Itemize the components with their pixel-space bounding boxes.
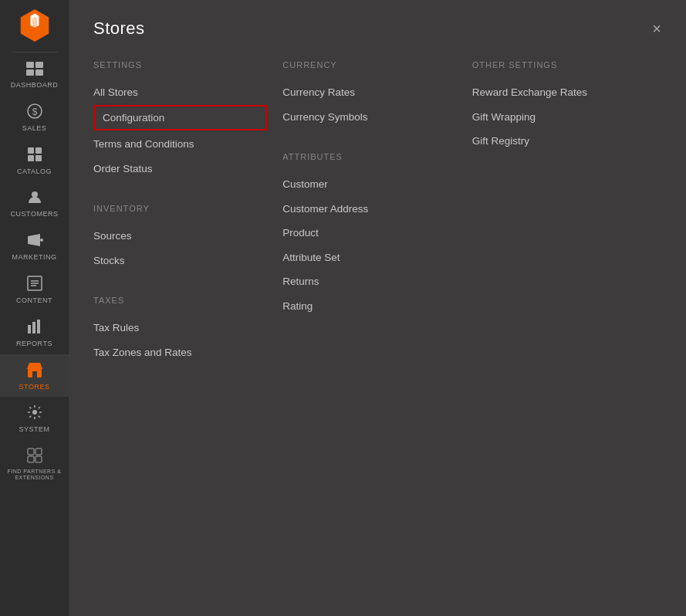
taxes-section: Taxes Tax Rules Tax Zones and Rates [93, 296, 267, 364]
menu-item-order-status[interactable]: Order Status [93, 157, 267, 181]
sidebar-item-customers[interactable]: CUSTOMERS [0, 181, 69, 225]
sidebar-item-system[interactable]: SYSTEM [0, 397, 69, 440]
sidebar: DASHBOARD $ SALES CATALOG CUSTOMERS MARK… [0, 0, 69, 616]
catalog-icon [27, 147, 42, 164]
menu-item-configuration[interactable]: Configuration [93, 105, 267, 131]
svg-rect-25 [28, 456, 34, 462]
svg-rect-3 [35, 69, 43, 76]
svg-rect-0 [26, 62, 34, 68]
settings-section: Settings All Stores Configuration Terms … [93, 60, 267, 181]
menu-item-gift-wrapping[interactable]: Gift Wrapping [472, 105, 646, 130]
column-2: Currency Currency Rates Currency Symbols… [282, 60, 471, 381]
svg-rect-9 [35, 155, 42, 161]
content-columns: Settings All Stores Configuration Terms … [93, 60, 661, 381]
taxes-heading: Taxes [93, 296, 267, 305]
svg-rect-6 [28, 147, 34, 154]
svg-rect-8 [28, 155, 34, 161]
menu-item-product[interactable]: Product [282, 221, 456, 245]
stores-panel: Stores × Settings All Stores Configurati… [69, 0, 686, 616]
svg-rect-7 [35, 147, 42, 154]
menu-item-attribute-set[interactable]: Attribute Set [282, 245, 456, 270]
customers-icon [27, 189, 42, 207]
sidebar-item-label-find-partners: FIND PARTNERS & EXTENSIONS [3, 469, 66, 480]
other-settings-section: Other Settings Reward Exchange Rates Gif… [472, 60, 646, 154]
svg-rect-23 [28, 448, 34, 455]
column-1: Settings All Stores Configuration Terms … [93, 60, 282, 381]
close-button[interactable]: × [652, 21, 661, 36]
menu-item-tax-rules[interactable]: Tax Rules [93, 316, 267, 340]
sidebar-item-label-marketing: MARKETING [12, 253, 56, 262]
svg-rect-26 [35, 456, 42, 462]
other-settings-heading: Other Settings [472, 60, 646, 69]
inventory-heading: Inventory [93, 204, 267, 213]
svg-rect-2 [26, 69, 34, 76]
currency-section: Currency Currency Rates Currency Symbols [282, 60, 456, 129]
page-title: Stores [93, 19, 145, 39]
svg-marker-11 [28, 234, 40, 246]
magento-logo-icon [19, 9, 51, 42]
menu-item-currency-symbols[interactable]: Currency Symbols [282, 105, 456, 130]
sidebar-item-content[interactable]: CONTENT [0, 268, 69, 311]
menu-item-stocks[interactable]: Stocks [93, 249, 267, 273]
find-partners-icon [27, 448, 42, 465]
reports-icon [27, 319, 42, 337]
sidebar-item-sales[interactable]: $ SALES [0, 96, 69, 139]
sidebar-item-label-customers: CUSTOMERS [11, 210, 59, 218]
sidebar-item-label-catalog: CATALOG [17, 168, 52, 176]
sidebar-item-find-partners[interactable]: FIND PARTNERS & EXTENSIONS [0, 440, 69, 486]
sidebar-item-catalog[interactable]: CATALOG [0, 139, 69, 182]
svg-rect-1 [35, 62, 43, 68]
main-content: Stores × Settings All Stores Configurati… [69, 0, 686, 616]
svg-point-10 [32, 191, 38, 198]
sidebar-item-label-content: CONTENT [16, 296, 52, 305]
stores-icon [26, 362, 43, 380]
settings-heading: Settings [93, 60, 267, 69]
svg-rect-18 [32, 322, 35, 333]
menu-item-returns[interactable]: Returns [282, 269, 456, 294]
sidebar-item-marketing[interactable]: MARKETING [0, 225, 69, 268]
system-icon [27, 404, 42, 422]
dashboard-icon [26, 62, 43, 78]
svg-rect-21 [32, 371, 37, 377]
svg-point-22 [32, 410, 37, 415]
attributes-section: Attributes Customer Customer Address Pro… [282, 152, 456, 318]
svg-rect-17 [28, 325, 31, 333]
menu-item-customer[interactable]: Customer [282, 172, 456, 197]
svg-rect-24 [35, 448, 42, 455]
svg-rect-19 [37, 320, 40, 333]
currency-heading: Currency [282, 60, 456, 69]
menu-item-currency-rates[interactable]: Currency Rates [282, 80, 456, 105]
column-3: Other Settings Reward Exchange Rates Gif… [472, 60, 661, 381]
sidebar-item-stores[interactable]: STORES [0, 354, 69, 398]
menu-item-sources[interactable]: Sources [93, 224, 267, 249]
sidebar-item-label-reports: REPORTS [16, 340, 52, 348]
attributes-heading: Attributes [282, 152, 456, 161]
content-icon [27, 276, 42, 293]
sidebar-item-dashboard[interactable]: DASHBOARD [0, 54, 69, 96]
menu-item-gift-registry[interactable]: Gift Registry [472, 129, 646, 154]
menu-item-terms-conditions[interactable]: Terms and Conditions [93, 132, 267, 157]
menu-item-tax-zones-rates[interactable]: Tax Zones and Rates [93, 340, 267, 365]
marketing-icon [26, 232, 43, 250]
sidebar-item-label-dashboard: DASHBOARD [11, 81, 59, 90]
sidebar-item-label-sales: SALES [22, 124, 47, 133]
menu-item-reward-exchange-rates[interactable]: Reward Exchange Rates [472, 80, 646, 105]
svg-point-12 [40, 239, 43, 242]
stores-header: Stores × [93, 19, 661, 39]
sidebar-logo [0, 0, 69, 50]
sales-icon: $ [27, 103, 42, 121]
sidebar-item-reports[interactable]: REPORTS [0, 311, 69, 354]
inventory-section: Inventory Sources Stocks [93, 204, 267, 272]
sidebar-item-label-system: SYSTEM [19, 425, 49, 434]
menu-item-all-stores[interactable]: All Stores [93, 80, 267, 105]
menu-item-rating[interactable]: Rating [282, 294, 456, 319]
svg-text:$: $ [32, 107, 37, 117]
menu-item-customer-address[interactable]: Customer Address [282, 197, 456, 222]
sidebar-divider [12, 52, 58, 52]
sidebar-item-label-stores: STORES [19, 383, 50, 391]
